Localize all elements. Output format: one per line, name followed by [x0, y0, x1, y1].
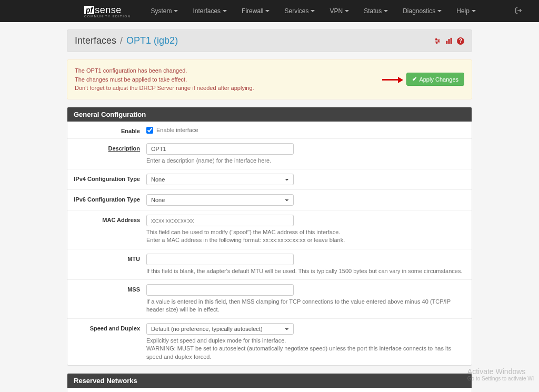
mss-input[interactable] [146, 284, 294, 296]
page-header: Interfaces / OPT1 (igb2) ? [67, 29, 472, 52]
reserved-networks-panel: Reserved Networks Block private networks… [67, 373, 472, 392]
ipv4-type-label: IPv4 Configuration Type [67, 174, 146, 185]
nav-diagnostics[interactable]: Diagnostics [395, 1, 449, 21]
general-configuration-panel: General Configuration Enable Enable inte… [67, 107, 472, 366]
brand-prefix: pf [84, 6, 94, 14]
description-label: Description [67, 143, 146, 165]
nav-items: System Interfaces Firewall Services VPN … [143, 1, 508, 21]
annotation-arrow [382, 77, 403, 82]
top-navbar: pf sense COMMUNITY EDITION System Interf… [0, 0, 539, 22]
logout-icon[interactable] [508, 3, 528, 20]
check-icon: ✔ [412, 76, 417, 83]
mss-label: MSS [67, 284, 146, 314]
apply-changes-button[interactable]: ✔ Apply Changes [406, 73, 464, 86]
nav-status[interactable]: Status [356, 1, 395, 21]
svg-rect-8 [448, 39, 450, 44]
page-title: Interfaces / OPT1 (igb2) [75, 35, 178, 46]
description-input[interactable] [146, 143, 294, 155]
svg-point-4 [436, 38, 437, 39]
changes-alert: The OPT1 configuration has been changed.… [67, 59, 472, 99]
enable-checkbox-label: Enable interface [156, 127, 198, 133]
panel-heading: General Configuration [67, 107, 472, 122]
svg-rect-9 [451, 38, 452, 44]
breadcrumb-subject[interactable]: OPT1 (igb2) [126, 35, 178, 46]
help-text: Explicitly set speed and duplex mode for… [146, 337, 465, 361]
svg-point-6 [436, 42, 437, 43]
caret-icon [384, 10, 388, 12]
brand-edition: COMMUNITY EDITION [84, 15, 131, 18]
nav-services[interactable]: Services [277, 1, 322, 21]
mtu-input[interactable] [146, 254, 294, 265]
brand-logo[interactable]: pf sense COMMUNITY EDITION [84, 5, 131, 18]
help-text: Enter a description (name) for the inter… [146, 157, 465, 165]
caret-icon [345, 10, 349, 12]
help-text: This field can be used to modify ("spoof… [146, 228, 465, 245]
alert-text: The OPT1 configuration has been changed.… [75, 66, 254, 93]
caret-icon [265, 10, 270, 12]
panel-heading: Reserved Networks [67, 374, 472, 388]
ipv4-type-select[interactable]: None [146, 174, 294, 185]
speed-duplex-select[interactable]: Default (no preference, typically autose… [146, 323, 294, 335]
caret-icon [472, 10, 476, 12]
caret-icon [174, 10, 178, 12]
nav-interfaces[interactable]: Interfaces [185, 1, 234, 21]
caret-icon [223, 10, 227, 12]
svg-rect-7 [446, 41, 447, 44]
nav-vpn[interactable]: VPN [322, 1, 356, 21]
mtu-label: MTU [67, 254, 146, 275]
breadcrumb[interactable]: Interfaces [75, 35, 116, 46]
svg-point-5 [438, 40, 439, 41]
nav-system[interactable]: System [143, 1, 185, 21]
help-icon[interactable]: ? [457, 37, 464, 45]
nav-help[interactable]: Help [449, 1, 483, 21]
enable-label: Enable [67, 126, 146, 134]
sliders-icon[interactable] [434, 37, 441, 45]
nav-firewall[interactable]: Firewall [234, 1, 277, 21]
ipv6-type-label: IPv6 Configuration Type [67, 194, 146, 206]
caret-icon [311, 10, 315, 12]
ipv6-type-select[interactable]: None [146, 194, 294, 206]
help-text: If a value is entered in this field, the… [146, 298, 465, 314]
brand-name: sense [95, 5, 122, 16]
bar-chart-icon[interactable] [445, 37, 453, 45]
help-text: If this field is blank, the adapter's de… [146, 267, 465, 275]
speed-duplex-label: Speed and Duplex [67, 323, 146, 361]
mac-address-label: MAC Address [67, 215, 146, 245]
caret-icon [437, 10, 442, 12]
windows-watermark: Activate Windows Go to Settings to activ… [467, 367, 534, 381]
enable-interface-checkbox[interactable] [146, 127, 153, 134]
mac-address-input[interactable] [146, 215, 294, 226]
